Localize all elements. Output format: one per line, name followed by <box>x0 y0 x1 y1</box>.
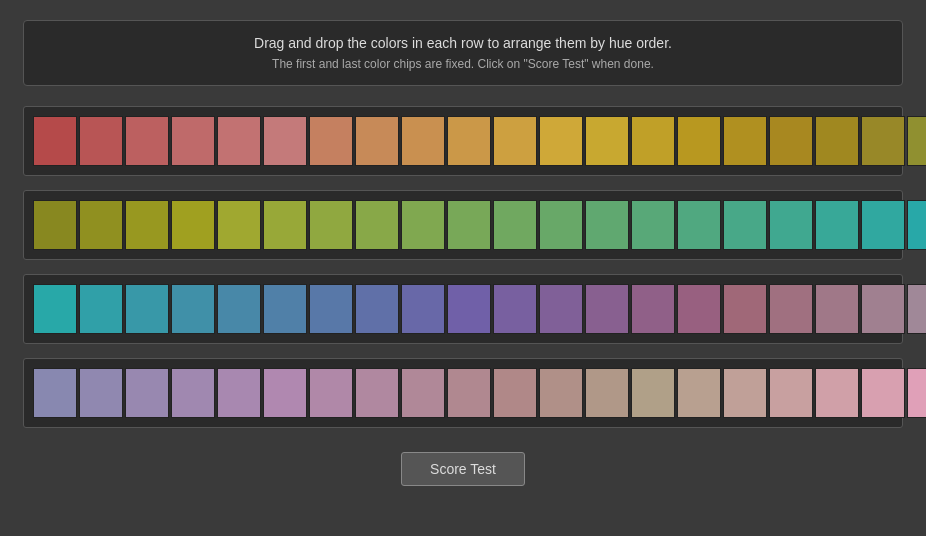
color-chip-r2-c9[interactable] <box>401 200 445 250</box>
color-chip-r3-c16[interactable] <box>723 284 767 334</box>
color-chip-r1-c18[interactable] <box>815 116 859 166</box>
color-chip-r2-c2[interactable] <box>79 200 123 250</box>
color-chip-r1-c17[interactable] <box>769 116 813 166</box>
color-chip-r2-c16[interactable] <box>723 200 767 250</box>
color-chip-r3-c11[interactable] <box>493 284 537 334</box>
color-chip-r3-c10[interactable] <box>447 284 491 334</box>
color-chip-r4-c8[interactable] <box>355 368 399 418</box>
color-chip-r2-c10[interactable] <box>447 200 491 250</box>
color-chip-r4-c9[interactable] <box>401 368 445 418</box>
color-chip-r3-c18[interactable] <box>815 284 859 334</box>
color-chip-r1-c11[interactable] <box>493 116 537 166</box>
color-chip-r1-c13[interactable] <box>585 116 629 166</box>
color-chip-r2-c8[interactable] <box>355 200 399 250</box>
color-chip-r2-c20[interactable] <box>907 200 926 250</box>
color-chip-r3-c4[interactable] <box>171 284 215 334</box>
color-chip-r4-c11[interactable] <box>493 368 537 418</box>
instructions-subtitle: The first and last color chips are fixed… <box>44 57 882 71</box>
color-chip-r1-c8[interactable] <box>355 116 399 166</box>
score-test-button[interactable]: Score Test <box>401 452 525 486</box>
color-chip-r4-c5[interactable] <box>217 368 261 418</box>
color-chip-r4-c16[interactable] <box>723 368 767 418</box>
color-chip-r3-c8[interactable] <box>355 284 399 334</box>
color-chip-r2-c17[interactable] <box>769 200 813 250</box>
color-chip-r1-c1[interactable] <box>33 116 77 166</box>
color-chip-r4-c2[interactable] <box>79 368 123 418</box>
instructions-title: Drag and drop the colors in each row to … <box>44 35 882 51</box>
color-chip-r1-c9[interactable] <box>401 116 445 166</box>
color-chip-r4-c13[interactable] <box>585 368 629 418</box>
color-chip-r2-c6[interactable] <box>263 200 307 250</box>
color-chip-r3-c2[interactable] <box>79 284 123 334</box>
color-chip-r3-c14[interactable] <box>631 284 675 334</box>
color-chip-r1-c19[interactable] <box>861 116 905 166</box>
color-chip-r3-c15[interactable] <box>677 284 721 334</box>
color-chip-r2-c14[interactable] <box>631 200 675 250</box>
color-chip-r2-c12[interactable] <box>539 200 583 250</box>
color-chip-r3-c5[interactable] <box>217 284 261 334</box>
color-chip-r4-c14[interactable] <box>631 368 675 418</box>
color-chip-r3-c3[interactable] <box>125 284 169 334</box>
color-chip-r4-c7[interactable] <box>309 368 353 418</box>
color-chip-r3-c20[interactable] <box>907 284 926 334</box>
color-row-4 <box>23 358 903 428</box>
color-chip-r3-c12[interactable] <box>539 284 583 334</box>
color-chip-r3-c9[interactable] <box>401 284 445 334</box>
color-chip-r4-c4[interactable] <box>171 368 215 418</box>
color-chip-r2-c5[interactable] <box>217 200 261 250</box>
color-chip-r1-c6[interactable] <box>263 116 307 166</box>
color-chip-r1-c5[interactable] <box>217 116 261 166</box>
color-chip-r1-c7[interactable] <box>309 116 353 166</box>
color-chip-r1-c14[interactable] <box>631 116 675 166</box>
color-chip-r4-c20[interactable] <box>907 368 926 418</box>
color-chip-r1-c3[interactable] <box>125 116 169 166</box>
color-chip-r2-c18[interactable] <box>815 200 859 250</box>
instructions-box: Drag and drop the colors in each row to … <box>23 20 903 86</box>
color-chip-r2-c1[interactable] <box>33 200 77 250</box>
color-chip-r3-c1[interactable] <box>33 284 77 334</box>
color-chip-r3-c17[interactable] <box>769 284 813 334</box>
color-chip-r3-c7[interactable] <box>309 284 353 334</box>
color-chip-r2-c13[interactable] <box>585 200 629 250</box>
color-chip-r1-c12[interactable] <box>539 116 583 166</box>
color-chip-r4-c15[interactable] <box>677 368 721 418</box>
color-row-1 <box>23 106 903 176</box>
color-row-2 <box>23 190 903 260</box>
color-chip-r1-c20[interactable] <box>907 116 926 166</box>
color-chip-r4-c19[interactable] <box>861 368 905 418</box>
color-chip-r3-c13[interactable] <box>585 284 629 334</box>
color-chip-r2-c15[interactable] <box>677 200 721 250</box>
color-chip-r1-c16[interactable] <box>723 116 767 166</box>
color-chip-r2-c19[interactable] <box>861 200 905 250</box>
color-chip-r1-c15[interactable] <box>677 116 721 166</box>
color-chip-r1-c4[interactable] <box>171 116 215 166</box>
color-chip-r1-c10[interactable] <box>447 116 491 166</box>
color-chip-r2-c11[interactable] <box>493 200 537 250</box>
color-chip-r4-c1[interactable] <box>33 368 77 418</box>
color-chip-r3-c19[interactable] <box>861 284 905 334</box>
color-chip-r2-c3[interactable] <box>125 200 169 250</box>
color-chip-r4-c17[interactable] <box>769 368 813 418</box>
rows-container <box>23 106 903 442</box>
color-chip-r3-c6[interactable] <box>263 284 307 334</box>
color-chip-r2-c4[interactable] <box>171 200 215 250</box>
color-chip-r4-c10[interactable] <box>447 368 491 418</box>
color-chip-r4-c18[interactable] <box>815 368 859 418</box>
color-chip-r4-c6[interactable] <box>263 368 307 418</box>
color-chip-r2-c7[interactable] <box>309 200 353 250</box>
color-row-3 <box>23 274 903 344</box>
color-chip-r4-c12[interactable] <box>539 368 583 418</box>
color-chip-r4-c3[interactable] <box>125 368 169 418</box>
color-chip-r1-c2[interactable] <box>79 116 123 166</box>
